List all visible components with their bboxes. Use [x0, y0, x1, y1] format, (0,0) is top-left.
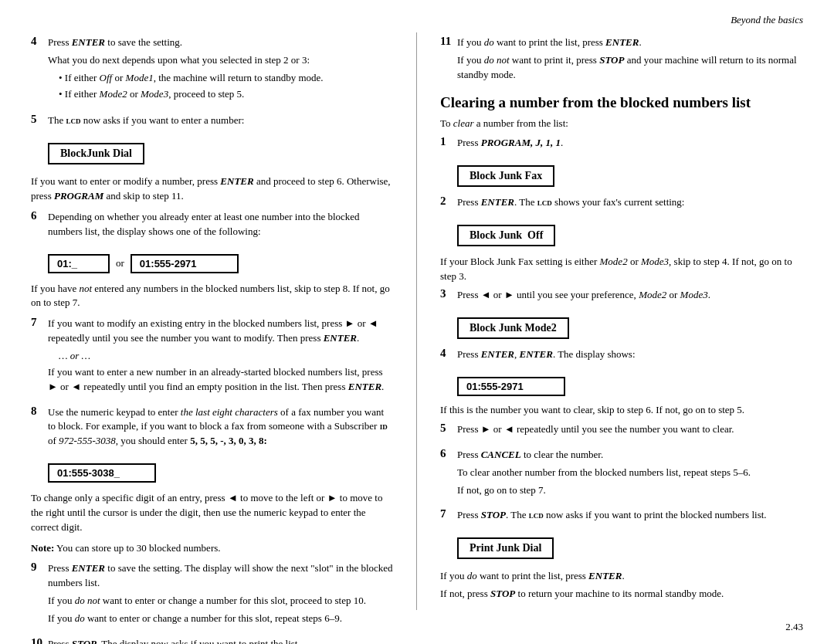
enter-key-4: ENTER [348, 381, 381, 392]
step-8-body: To change only a specific digit of an en… [31, 491, 393, 535]
mode2: Mode2 [100, 88, 127, 100]
right-step-number-3: 3 [440, 287, 457, 300]
do-3: do [467, 570, 477, 581]
right-step-4-text: Press ENTER, ENTER. The display shows: [457, 347, 803, 362]
note-label: Note: [31, 542, 54, 554]
lcd-2971-right-container: 01:555-2971 [457, 373, 803, 400]
bullet-1: If either Off or Mode1, the machine will… [59, 71, 393, 86]
right-step-2-body-text: If your Block Junk Fax setting is either… [440, 255, 803, 284]
enter-key-8: ENTER [481, 348, 514, 360]
enter-key-1: ENTER [72, 36, 105, 48]
right-step-7-text: Press STOP. The lcd now asks if you want… [457, 508, 803, 523]
final-text1: If you do want to print the list, press … [440, 569, 803, 584]
section-subtitle: To clear a number from the list: [440, 117, 803, 131]
block-junk-off-box: Block Junk Off [457, 225, 555, 246]
step-6-text: Depending on whether you already enter a… [48, 210, 393, 239]
step-8-body-text: To change only a specific digit of an en… [31, 491, 393, 535]
step-4-content: Press ENTER to save the setting. What yo… [48, 36, 393, 106]
mode2-3: Mode2 [639, 289, 666, 300]
right-step-4: 4 Press ENTER, ENTER. The display shows: [440, 347, 803, 365]
right-step-3-content: Press ◄ or ► until you see your preferen… [457, 288, 803, 306]
enter-key-7: ENTER [481, 196, 514, 208]
step-7: 7 If you want to modify an existing entr… [31, 317, 393, 397]
clear-label: clear [453, 117, 474, 129]
stop-key-1: STOP [72, 638, 97, 644]
step-number-9: 9 [31, 561, 48, 574]
step-9-text2: If you do not want to enter or change a … [48, 594, 393, 608]
step-number-6: 6 [31, 209, 48, 222]
subscriber-id: 972-555-3038 [59, 435, 116, 446]
header: Beyond the basics [31, 14, 803, 26]
step-8: 8 Use the numeric keypad to enter the la… [31, 405, 393, 452]
print-junk-dial-right-box: Print Junk Dial [457, 537, 554, 559]
final-body: If you do want to print the list, press … [440, 569, 803, 602]
page-number: 2.43 [785, 621, 803, 632]
right-step-6: 6 Press CANCEL to clear the number. To c… [440, 448, 803, 501]
right-step-4-content: Press ENTER, ENTER. The display shows: [457, 347, 803, 365]
mode1: Mode1 [126, 72, 154, 83]
do-not-1: do not [75, 595, 100, 606]
last-eight: the last eight characters [181, 406, 278, 418]
lcd-label-5: lcd [66, 114, 80, 126]
right-step-3-text: Press ◄ or ► until you see your preferen… [457, 288, 803, 303]
right-step-number-2: 2 [440, 195, 457, 208]
right-step-number-5: 5 [440, 422, 457, 435]
stop-key-3: STOP [481, 509, 506, 520]
step-4: 4 Press ENTER to save the setting. What … [31, 36, 393, 106]
right-step-1-content: Press PROGRAM, J, 1, 1. [457, 136, 803, 154]
step-4-bullets: If either Off or Mode1, the machine will… [59, 71, 393, 102]
step-number-10: 10 [31, 636, 48, 644]
mode3-label: Mode3 [641, 256, 669, 267]
lcd-label-2: lcd [537, 196, 552, 208]
blockjunk-dial-box: BlockJunk Dial [48, 143, 144, 164]
right-step-5: 5 Press ► or ◄ repeatedly until you see … [440, 422, 803, 440]
lcd-box-01-number: 01:555-2971 [131, 254, 239, 273]
stop-key-2: STOP [599, 54, 624, 66]
step-number-8: 8 [31, 405, 48, 418]
step-10-content: Press STOP. The display now asks if you … [48, 637, 393, 644]
step-6-body: If you have not entered any numbers in t… [31, 282, 393, 311]
block-junk-mode2-container: Block Junk Mode2 [457, 314, 803, 343]
do-1: do [75, 612, 85, 624]
final-text2: If not, press STOP to return your machin… [440, 587, 803, 602]
enter-key-2: ENTER [220, 175, 253, 187]
step-9-content: Press ENTER to save the setting. The dis… [48, 561, 393, 629]
right-step-1-text: Press PROGRAM, J, 1, 1. [457, 136, 803, 151]
left-column: 4 Press ENTER to save the setting. What … [31, 32, 417, 610]
stop-key-4: STOP [490, 588, 515, 599]
right-step-5-content: Press ► or ◄ repeatedly until you see th… [457, 422, 803, 440]
content-area: 4 Press ENTER to save the setting. What … [31, 32, 803, 610]
right-column: 11 If you do want to print the list, pre… [417, 32, 803, 610]
enter-key-5: ENTER [72, 562, 105, 574]
section-title-container: Clearing a number from the blocked numbe… [440, 93, 803, 132]
step-number-4: 4 [31, 35, 48, 48]
step-number-7: 7 [31, 316, 48, 329]
step-5-body-text: If you want to enter or modify a number,… [31, 175, 393, 204]
bullet-2: If either Mode2 or Mode3, proceed to ste… [59, 87, 393, 102]
step-5: 5 The lcd now asks if you want to enter … [31, 114, 393, 131]
step-9-text3: If you do want to enter or change a numb… [48, 612, 393, 626]
block-junk-fax-box: Block Junk Fax [457, 165, 554, 187]
step-9-text1: Press ENTER to save the setting. The dis… [48, 561, 393, 591]
do-2: do [484, 36, 494, 48]
right-step-2-body: If your Block Junk Fax setting is either… [440, 255, 803, 284]
step-number-11: 11 [440, 35, 457, 48]
enter-key-9: ENTER [588, 570, 622, 581]
lcd-box-2971-right: 01:555-2971 [457, 377, 565, 396]
step-7-text2: If you want to enter a new number in an … [48, 365, 393, 395]
right-step-number-7: 7 [440, 507, 457, 520]
step-8-content: Use the numeric keypad to enter the last… [48, 405, 393, 452]
enter-key-3: ENTER [324, 332, 357, 344]
step-11-content: If you do want to print the list, press … [457, 36, 803, 86]
step-11-text1: If you do want to print the list, press … [457, 36, 803, 50]
right-step-2: 2 Press ENTER. The lcd shows your fax's … [440, 195, 803, 213]
footer: 2.43 [785, 621, 803, 633]
lcd-box-01: 01:_ [48, 254, 110, 273]
right-step-number-1: 1 [440, 135, 457, 148]
step-number-5: 5 [31, 113, 48, 126]
program-key-1: PROGRAM [54, 190, 103, 202]
step-11: 11 If you do want to print the list, pre… [440, 36, 803, 86]
step-5-text: The lcd now asks if you want to enter a … [48, 114, 393, 128]
right-step-4-body-text: If this is the number you want to clear,… [440, 403, 803, 418]
step-8-text: Use the numeric keypad to enter the last… [48, 405, 393, 449]
